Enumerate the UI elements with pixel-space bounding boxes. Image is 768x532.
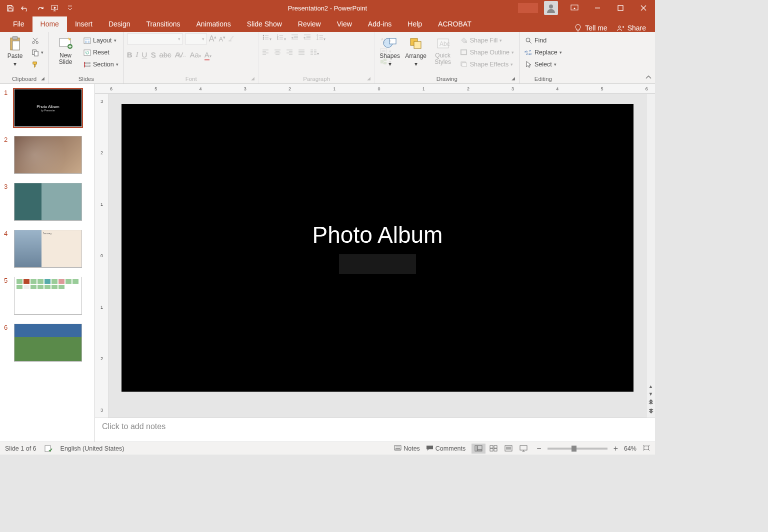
slideshow-from-start-button[interactable]	[48, 1, 62, 15]
tab-acrobat[interactable]: ACROBAT	[430, 16, 480, 32]
quick-styles-button[interactable]: Abc Quick Styles	[430, 33, 456, 65]
slide-thumbnail[interactable]	[14, 277, 82, 315]
tell-me-button[interactable]: Tell me	[574, 24, 607, 32]
clear-formatting-button[interactable]	[228, 34, 236, 44]
tab-view[interactable]: View	[329, 16, 360, 32]
smartart-button[interactable]: ▾	[378, 57, 394, 66]
shrink-font-button[interactable]: A▾	[218, 35, 226, 43]
save-button[interactable]	[3, 1, 17, 15]
increase-indent-button[interactable]	[304, 33, 311, 42]
arrange-button[interactable]: Arrange▾	[404, 33, 428, 67]
tab-design[interactable]: Design	[100, 16, 138, 32]
cut-button[interactable]	[29, 35, 46, 45]
slide-thumbnail[interactable]	[14, 183, 82, 221]
char-spacing-button[interactable]: AV↔	[175, 50, 186, 59]
fit-to-window-button[interactable]	[642, 444, 650, 453]
shape-fill-button[interactable]: Shape Fill▾	[458, 35, 516, 45]
zoom-percent-label[interactable]: 64%	[624, 445, 636, 452]
slide-thumbnail[interactable]	[14, 324, 82, 362]
italic-button[interactable]: I	[136, 50, 138, 59]
slide-canvas-area[interactable]: Photo Album	[109, 94, 646, 418]
slide-thumbnail[interactable]	[14, 136, 82, 174]
scroll-up-icon[interactable]: ▲	[648, 384, 654, 389]
decrease-indent-button[interactable]	[291, 33, 298, 42]
notes-pane[interactable]: Click to add notes	[95, 418, 655, 442]
slide-thumbnail[interactable]: Photo Albumby Presenter	[14, 89, 82, 127]
tab-home[interactable]: Home	[32, 16, 67, 32]
sorter-view-button[interactable]	[486, 444, 500, 454]
zoom-out-button[interactable]: −	[536, 444, 541, 453]
share-button[interactable]: Share	[616, 24, 646, 32]
shape-outline-button[interactable]: Shape Outline▾	[458, 47, 516, 57]
line-spacing-button[interactable]: ▾	[316, 33, 326, 42]
group-launcher-icon[interactable]: ◢	[251, 76, 254, 81]
normal-view-button[interactable]	[472, 444, 486, 454]
grow-font-button[interactable]: A▴	[209, 34, 217, 43]
vertical-scrollbar[interactable]: ▲ ▼ ⯭ ⯯	[646, 94, 655, 418]
font-color-button[interactable]: A▾	[204, 50, 212, 59]
tab-insert[interactable]: Insert	[67, 16, 100, 32]
tab-review[interactable]: Review	[290, 16, 329, 32]
group-launcher-icon[interactable]: ◢	[512, 76, 515, 81]
find-button[interactable]: Find	[522, 35, 564, 45]
prev-slide-icon[interactable]: ⯭	[648, 399, 654, 406]
tab-file[interactable]: File	[5, 16, 32, 32]
zoom-thumb[interactable]	[572, 446, 576, 452]
replace-button[interactable]: abacReplace▾	[522, 47, 564, 57]
slide-subtitle-placeholder[interactable]	[339, 254, 416, 274]
change-case-button[interactable]: Aa▾	[190, 50, 201, 59]
notes-toggle[interactable]: Notes	[394, 445, 420, 452]
tab-addins[interactable]: Add-ins	[360, 16, 400, 32]
slide-thumbnail-panel[interactable]: 1 Photo Albumby Presenter 2 3 4 January …	[0, 84, 95, 442]
select-button[interactable]: Select▾	[522, 59, 564, 69]
tab-help[interactable]: Help	[400, 16, 430, 32]
reset-button[interactable]: Reset	[81, 47, 120, 57]
underline-button[interactable]: U	[142, 50, 148, 59]
align-right-button[interactable]	[286, 48, 293, 56]
slide-thumbnail[interactable]: January	[14, 230, 82, 268]
next-slide-icon[interactable]: ⯯	[648, 408, 654, 415]
zoom-in-button[interactable]: +	[614, 444, 618, 453]
slide[interactable]: Photo Album	[122, 104, 634, 392]
bold-button[interactable]: B	[127, 50, 132, 59]
user-avatar[interactable]	[544, 1, 558, 15]
close-button[interactable]	[632, 0, 655, 16]
comments-toggle[interactable]: Comments	[426, 445, 466, 452]
numbering-button[interactable]: 123▾	[276, 33, 286, 42]
section-button[interactable]: Section▾	[81, 59, 120, 69]
text-direction-button[interactable]: A▾	[378, 36, 394, 45]
undo-button[interactable]	[18, 1, 32, 15]
tab-slideshow[interactable]: Slide Show	[239, 16, 290, 32]
shape-effects-button[interactable]: Shape Effects▾	[458, 59, 516, 69]
align-text-button[interactable]: ▾	[378, 47, 394, 55]
justify-button[interactable]	[298, 48, 305, 56]
language-label[interactable]: English (United States)	[60, 445, 124, 452]
minimize-button[interactable]	[586, 0, 609, 16]
tab-transitions[interactable]: Transitions	[138, 16, 188, 32]
font-family-combo[interactable]: ▾	[127, 33, 183, 44]
copy-button[interactable]: ▾	[29, 47, 46, 57]
group-launcher-icon[interactable]: ◢	[367, 76, 370, 81]
zoom-slider[interactable]	[548, 448, 608, 450]
shadow-button[interactable]: S	[150, 50, 156, 59]
strikethrough-button[interactable]: abc	[159, 50, 171, 59]
format-painter-button[interactable]	[29, 59, 46, 69]
vertical-ruler[interactable]: 3210123	[95, 94, 109, 418]
group-launcher-icon[interactable]: ◢	[41, 76, 44, 81]
paste-button[interactable]: Paste ▾	[3, 33, 27, 67]
collapse-ribbon-button[interactable]	[645, 74, 652, 81]
align-center-button[interactable]	[274, 48, 281, 56]
spellcheck-icon[interactable]	[44, 445, 52, 453]
bullets-button[interactable]: ▾	[262, 33, 272, 42]
slideshow-view-button[interactable]	[516, 444, 530, 454]
maximize-button[interactable]	[609, 0, 632, 16]
layout-button[interactable]: Layout▾	[81, 35, 120, 45]
font-size-combo[interactable]: ▾	[185, 33, 207, 44]
slide-count-label[interactable]: Slide 1 of 6	[5, 445, 36, 452]
reading-view-button[interactable]	[502, 444, 516, 454]
columns-button[interactable]: ▾	[310, 48, 319, 56]
redo-button[interactable]	[33, 1, 47, 15]
align-left-button[interactable]	[262, 48, 269, 56]
slide-title-text[interactable]: Photo Album	[312, 221, 443, 248]
qat-customize-button[interactable]	[63, 1, 77, 15]
